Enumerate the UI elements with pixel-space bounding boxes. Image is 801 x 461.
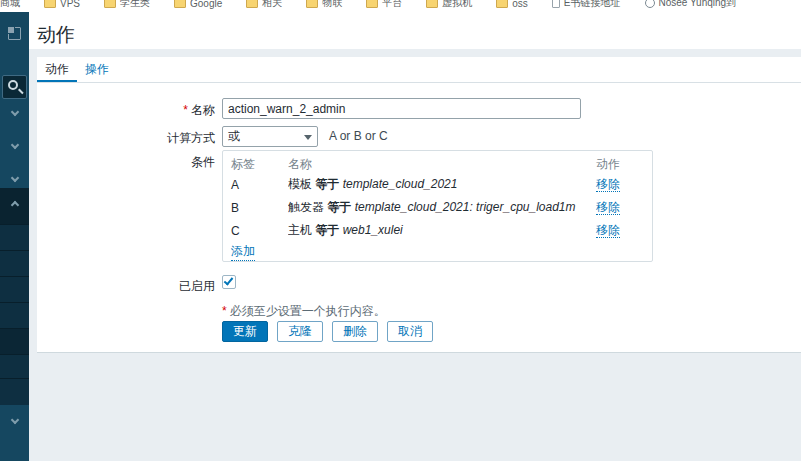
- condition-field: 触发器: [288, 200, 324, 214]
- sidebar-search-button[interactable]: [2, 75, 27, 99]
- condition-tag: A: [231, 178, 288, 192]
- bookmark-item[interactable]: oss: [496, 0, 528, 9]
- name-label-text: 名称: [191, 103, 215, 117]
- globe-icon: [645, 0, 655, 8]
- folder-icon: [44, 0, 56, 8]
- folder-icon: [174, 0, 186, 8]
- calc-selected-value: 或: [228, 129, 240, 143]
- page-icon: [552, 0, 560, 8]
- condition-row: A 模板 等于 template_cloud_2021 移除: [231, 173, 644, 196]
- sidebar-menu-item[interactable]: [0, 328, 29, 354]
- sidebar-menu-item[interactable]: [0, 276, 29, 302]
- folder-icon: [496, 0, 508, 8]
- bookmark-label: oss: [512, 0, 528, 9]
- chevron-up-icon: [11, 201, 19, 209]
- bookmark-item[interactable]: VPS: [44, 0, 80, 9]
- main-content: 动作 动作 操作 *名称 计算方式 或 A or B or C 条件 标签: [29, 12, 801, 461]
- chevron-down-icon[interactable]: [11, 108, 19, 116]
- bookmark-label: 相关: [262, 0, 282, 10]
- cancel-button[interactable]: 取消: [387, 321, 433, 342]
- tab-operations[interactable]: 操作: [77, 57, 117, 82]
- conditions-box: 标签 名称 动作 A 模板 等于 template_cloud_2021 移除 …: [222, 150, 653, 262]
- calc-type-select[interactable]: 或: [222, 126, 318, 147]
- bookmark-label: 商城: [0, 0, 20, 10]
- tab-action[interactable]: 动作: [37, 57, 77, 82]
- folder-icon: [246, 0, 258, 8]
- bookmark-item[interactable]: 相关: [246, 0, 282, 10]
- enabled-field-label: 已启用: [37, 278, 215, 295]
- folder-icon: [426, 0, 438, 8]
- remove-condition-link[interactable]: 移除: [596, 177, 620, 192]
- chevron-down-icon[interactable]: [11, 141, 19, 149]
- condition-row: C 主机 等于 web1_xulei 移除: [231, 219, 644, 242]
- calc-field-label: 计算方式: [37, 130, 215, 147]
- bookmark-item[interactable]: 平台: [366, 0, 402, 10]
- add-condition-link[interactable]: 添加: [231, 243, 255, 261]
- search-icon: [8, 80, 18, 90]
- condition-name: 模板 等于 template_cloud_2021: [288, 176, 596, 193]
- add-condition-row: 添加: [231, 242, 644, 262]
- condition-value: template_cloud_2021: triger_cpu_load1m: [355, 200, 576, 214]
- delete-button[interactable]: 删除: [332, 321, 378, 342]
- sidebar-menu-item[interactable]: [0, 302, 29, 328]
- remove-condition-link[interactable]: 移除: [596, 200, 620, 215]
- col-header-action: 动作: [596, 156, 644, 173]
- bookmark-item[interactable]: 商城: [0, 0, 20, 10]
- footnote-text: 必须至少设置一个执行内容。: [230, 304, 386, 318]
- bookmark-label: 平台: [382, 0, 402, 10]
- bookmark-label: VPS: [60, 0, 80, 9]
- clone-button[interactable]: 克隆: [277, 321, 323, 342]
- bookmark-item[interactable]: E书链接地址: [552, 0, 621, 10]
- enabled-checkbox[interactable]: [222, 275, 236, 289]
- required-asterisk: *: [222, 304, 227, 318]
- bookmark-item[interactable]: Google: [174, 0, 222, 9]
- condition-action-cell: 移除: [596, 222, 644, 239]
- col-header-name: 名称: [288, 156, 596, 173]
- condition-formula: A or B or C: [329, 129, 388, 143]
- condition-name: 主机 等于 web1_xulei: [288, 222, 596, 239]
- col-header-tag: 标签: [231, 156, 288, 173]
- folder-icon: [306, 0, 318, 8]
- folder-icon: [366, 0, 378, 8]
- bookmark-item[interactable]: 虚拟机: [426, 0, 472, 10]
- bookmarks-row: 商城VPS学生类Google相关物联平台虚拟机ossE书链接地址Nosee Yu…: [0, 0, 736, 11]
- zabbix-app: 动作 动作 操作 *名称 计算方式 或 A or B or C 条件 标签: [0, 12, 801, 461]
- condition-row: B 触发器 等于 template_cloud_2021: triger_cpu…: [231, 196, 644, 219]
- condition-value: template_cloud_2021: [343, 177, 458, 191]
- sidebar-menu-item[interactable]: [0, 224, 29, 250]
- condition-value: web1_xulei: [343, 223, 403, 237]
- form-footnote: *必须至少设置一个执行内容。: [222, 303, 386, 320]
- folder-icon: [104, 0, 116, 8]
- condition-field: 模板: [288, 177, 312, 191]
- sidebar-group-header[interactable]: [0, 188, 29, 224]
- bookmark-label: 虚拟机: [442, 0, 472, 10]
- condition-action-cell: 移除: [596, 199, 644, 216]
- conditions-field-label: 条件: [37, 154, 215, 171]
- expand-sidebar-icon[interactable]: [8, 27, 21, 40]
- chevron-down-icon[interactable]: [11, 416, 19, 424]
- sidebar-menu-group: [0, 188, 29, 405]
- name-input[interactable]: [222, 98, 581, 119]
- sidebar-menu-item[interactable]: [0, 354, 29, 378]
- sidebar-menu-item[interactable]: [0, 378, 29, 405]
- sidebar: [0, 12, 29, 461]
- bookmark-label: E书链接地址: [564, 0, 621, 10]
- browser-bookmarks-bar: 商城VPS学生类Google相关物联平台虚拟机ossE书链接地址Nosee Yu…: [0, 0, 801, 12]
- bookmark-item[interactable]: 学生类: [104, 0, 150, 10]
- bookmark-item[interactable]: 物联: [306, 0, 342, 10]
- action-form-card: 动作 操作 *名称 计算方式 或 A or B or C 条件 标签 名称 动作: [37, 57, 801, 353]
- name-field-label: *名称: [37, 102, 215, 119]
- sidebar-menu-item[interactable]: [0, 250, 29, 276]
- condition-field: 主机: [288, 223, 312, 237]
- remove-condition-link[interactable]: 移除: [596, 223, 620, 238]
- condition-tag: B: [231, 201, 288, 215]
- chevron-down-icon[interactable]: [11, 174, 19, 182]
- select-caret-icon: [304, 135, 312, 140]
- checkmark-icon: [224, 275, 234, 285]
- update-button[interactable]: 更新: [222, 321, 268, 342]
- condition-operator: 等于: [315, 223, 339, 237]
- sidebar-bottom-section: [0, 405, 29, 461]
- required-asterisk: *: [183, 103, 188, 117]
- bookmark-item[interactable]: Nosee Yunqing到: [645, 0, 737, 10]
- bookmark-label: 物联: [322, 0, 342, 10]
